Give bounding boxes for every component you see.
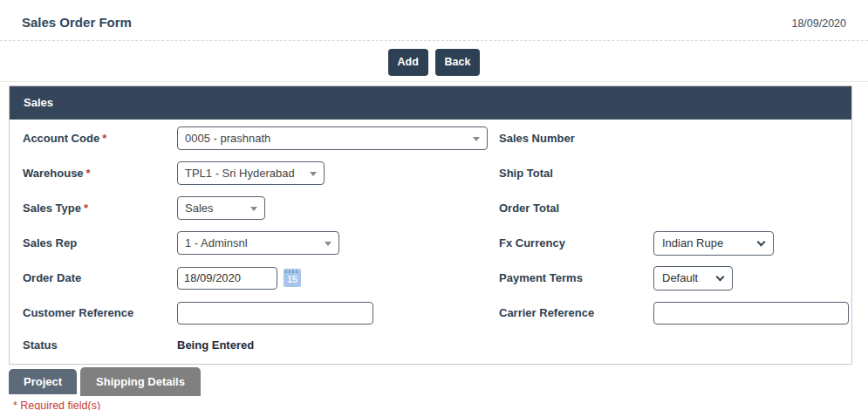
form-row-5: Order Date 15 Payment Terms Default [10, 261, 851, 296]
page-date: 18/09/2020 [791, 17, 846, 30]
account-code-label: Account Code* [23, 132, 177, 145]
toolbar: Add Back [0, 41, 868, 82]
chevron-down-icon [250, 207, 257, 211]
add-button[interactable]: Add [388, 49, 428, 76]
warehouse-dropdown[interactable]: TPL1 - Sri Hyderabad [177, 161, 325, 185]
carrier-reference-input[interactable] [653, 302, 849, 325]
warehouse-value: TPL1 - Sri Hyderabad [185, 167, 295, 180]
panel-header: Sales [10, 86, 851, 120]
payment-terms-label: Payment Terms [499, 271, 653, 284]
form-row-3: Sales Type* Sales Order Total [10, 191, 851, 226]
form-row-6: Customer Reference Carrier Reference [10, 296, 851, 331]
order-date-label: Order Date [23, 271, 177, 284]
sales-rep-label: Sales Rep [23, 236, 177, 249]
order-total-label: Order Total [499, 202, 653, 215]
panel-body: Account Code* 0005 - prashnath Sales Num… [10, 120, 851, 364]
sales-number-label: Sales Number [499, 132, 653, 145]
chevron-down-icon [325, 242, 331, 246]
sales-panel: Sales Account Code* 0005 - prashnath Sal… [9, 85, 852, 365]
order-date-input[interactable] [177, 267, 277, 290]
calendar-icon[interactable]: 15 [284, 269, 301, 287]
page-title: Sales Order Form [22, 15, 132, 30]
account-code-dropdown[interactable]: 0005 - prashnath [177, 126, 488, 150]
calendar-icon-day: 15 [284, 275, 301, 284]
customer-reference-input[interactable] [177, 302, 373, 325]
sales-rep-dropdown[interactable]: 1 - Adminsnl [177, 231, 339, 255]
carrier-reference-label: Carrier Reference [499, 306, 653, 319]
sales-type-label: Sales Type* [23, 202, 177, 215]
tab-project[interactable]: Project [9, 369, 77, 394]
form-row-4: Sales Rep 1 - Adminsnl Fx Currency India… [10, 226, 851, 261]
warehouse-label: Warehouse* [23, 167, 177, 180]
sales-type-dropdown[interactable]: Sales [177, 196, 265, 220]
chevron-down-icon [757, 237, 766, 246]
page-header: Sales Order Form 18/09/2020 [0, 0, 868, 41]
chevron-down-icon [716, 272, 725, 281]
form-row-1: Account Code* 0005 - prashnath Sales Num… [10, 121, 851, 156]
calendar-icon-dots [285, 270, 299, 273]
required-fields-note: * Required field(s) [13, 400, 868, 410]
tab-shipping-details[interactable]: Shipping Details [80, 367, 201, 396]
required-asterisk: * [102, 132, 106, 145]
form-row-7: Status Being Entered [10, 331, 851, 360]
form-row-2: Warehouse* TPL1 - Sri Hyderabad Ship Tot… [10, 156, 851, 191]
customer-reference-label: Customer Reference [23, 306, 177, 319]
ship-total-label: Ship Total [499, 167, 653, 180]
required-asterisk: * [86, 167, 91, 180]
fx-currency-select[interactable]: Indian Rupe [653, 231, 774, 256]
payment-terms-value: Default [662, 271, 698, 284]
status-value: Being Entered [177, 338, 254, 352]
required-asterisk: * [84, 202, 88, 215]
fx-currency-value: Indian Rupe [662, 236, 723, 249]
sales-rep-value: 1 - Adminsnl [185, 236, 248, 249]
tab-bar: Project Shipping Details [9, 367, 868, 396]
payment-terms-select[interactable]: Default [653, 266, 733, 290]
sales-type-value: Sales [185, 202, 214, 215]
chevron-down-icon [473, 137, 480, 141]
chevron-down-icon [310, 172, 317, 176]
fx-currency-label: Fx Currency [499, 236, 653, 249]
account-code-value: 0005 - prashnath [185, 132, 270, 145]
back-button[interactable]: Back [435, 49, 481, 76]
status-label: Status [23, 338, 177, 352]
